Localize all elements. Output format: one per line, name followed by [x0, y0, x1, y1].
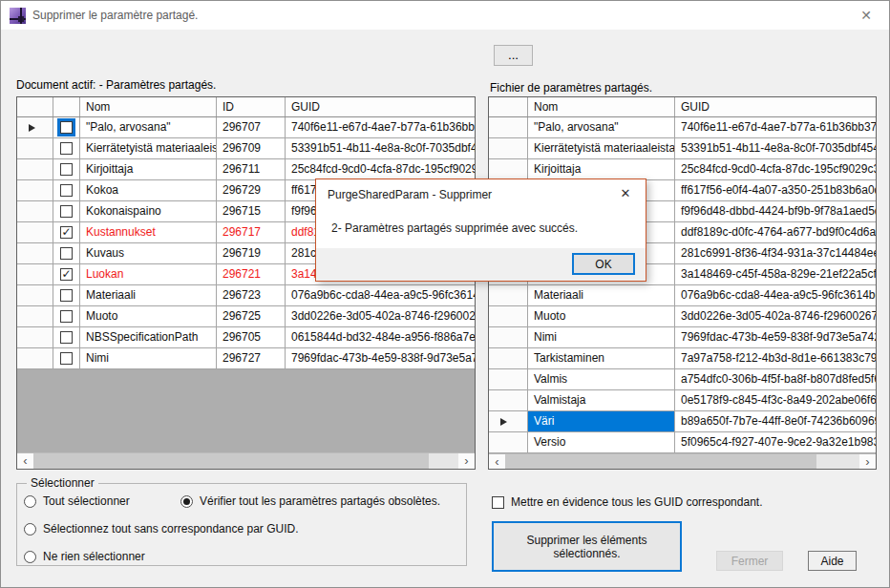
- row-header-cell: [489, 306, 528, 326]
- column-header-guid[interactable]: GUID: [675, 97, 876, 116]
- scroll-left-icon[interactable]: ‹: [489, 454, 505, 470]
- param-id-cell: 296709: [217, 138, 286, 158]
- row-select-checkbox[interactable]: ✓: [60, 268, 73, 281]
- right-grid-row[interactable]: Tarkistaminen7a97a758-f212-4b3d-8d1e-661…: [489, 348, 876, 369]
- param-name-cell: Kustannukset: [80, 222, 217, 242]
- param-guid-cell: b89a650f-7b7e-44ff-8e0f-74236b609694: [675, 411, 876, 431]
- right-grid-row[interactable]: Versio5f0965c4-f927-407e-9ce2-9a32e1b983…: [489, 432, 876, 453]
- param-guid-cell: 3a148469-c45f-458a-829e-21ef22a5cf2f: [675, 264, 876, 284]
- row-select-checkbox[interactable]: ✓: [60, 226, 73, 239]
- scroll-right-icon[interactable]: ›: [458, 453, 475, 469]
- left-scroll-track[interactable]: [33, 453, 458, 469]
- fermer-button: Fermer: [716, 551, 783, 571]
- row-select-checkbox[interactable]: [60, 352, 73, 365]
- right-grid-row[interactable]: Nimi7969fdac-473b-4e59-838f-9d73e5a74295: [489, 327, 876, 348]
- param-guid-cell: 7969fdac-473b-4e59-838f-9d73e5a74295: [675, 327, 876, 347]
- radio-label: Vérifier tout les paramètres partagés ob…: [200, 494, 440, 508]
- param-guid-cell: 281c6991-8f36-4f34-931a-37c14484ee7d: [675, 243, 876, 263]
- aide-button[interactable]: Aide: [808, 551, 857, 571]
- param-guid-cell: 0e5178f9-c845-4f3c-8a49-202abe06f6b7: [675, 390, 876, 410]
- dialog-footer: OK: [316, 248, 646, 281]
- column-header-nom[interactable]: Nom: [80, 97, 217, 116]
- right-grid-row[interactable]: Muoto3dd0226e-3d05-402a-8746-f296002671e…: [489, 306, 876, 327]
- param-name-cell: Väri: [528, 411, 675, 431]
- checkbox-box[interactable]: [492, 496, 504, 509]
- row-select-checkbox[interactable]: [60, 142, 73, 155]
- checkbox-focus-frame: [60, 163, 73, 176]
- param-name-cell: Valmistaja: [528, 390, 675, 410]
- row-header-cell: [17, 159, 53, 179]
- scroll-right-icon[interactable]: ›: [859, 454, 876, 470]
- checkbox-cell: [53, 243, 80, 263]
- row-select-checkbox[interactable]: [60, 184, 73, 197]
- right-grid-row[interactable]: "Palo, arvosana"740f6e11-e67d-4ae7-b77a-…: [489, 117, 876, 138]
- param-guid-cell: 740f6e11-e67d-4ae7-b77a-61b36bb37bde: [675, 117, 876, 137]
- right-grid-hscrollbar[interactable]: ‹ ›: [489, 453, 876, 470]
- row-header-cell: [489, 411, 528, 431]
- right-grid-row[interactable]: Valmisa754dfc0-306b-4f5f-ba8f-b807d8fed5…: [489, 369, 876, 390]
- radio-button[interactable]: [180, 495, 193, 508]
- left-grid-empty-area: [17, 369, 475, 452]
- radio-option-3[interactable]: Sélectionnez tout sans correspondance pa…: [24, 522, 298, 536]
- highlight-guid-checkbox[interactable]: Mettre en évidence tous les GUID corresp…: [492, 495, 762, 509]
- param-guid-cell: 53391b51-4b11-4e8a-8c0f-7035dbf454f5: [675, 138, 876, 158]
- right-scroll-track[interactable]: [505, 454, 859, 470]
- radio-button[interactable]: [24, 551, 36, 563]
- param-guid-cell: 740f6e11-e67d-4ae7-b77a-61b36bb37...: [286, 117, 475, 137]
- right-grid-row[interactable]: Kirjoittaja25c84fcd-9cd0-4cfa-87dc-195cf…: [489, 159, 876, 180]
- right-grid-row[interactable]: Kierrätetyistä materiaaleista53391b51-4b…: [489, 138, 876, 159]
- checkbox-label: Mettre en évidence tous les GUID corresp…: [511, 495, 762, 509]
- groupbox-label: Sélectionner: [27, 476, 98, 490]
- row-select-checkbox[interactable]: [60, 205, 73, 218]
- browse-button[interactable]: ...: [494, 45, 533, 66]
- radio-label: Ne rien sélectionner: [43, 550, 145, 563]
- right-grid-row[interactable]: Materiaali076a9b6c-cda8-44ea-a9c5-96fc36…: [489, 285, 876, 306]
- row-header-cell: [489, 285, 528, 305]
- right-grid-row[interactable]: Valmistaja0e5178f9-c845-4f3c-8a49-202abe…: [489, 390, 876, 411]
- column-header-nom[interactable]: Nom: [528, 97, 675, 116]
- column-header-id[interactable]: ID: [217, 97, 286, 116]
- radio-option-2[interactable]: Vérifier tout les paramètres partagés ob…: [180, 494, 440, 508]
- column-header-guid[interactable]: GUID: [286, 97, 475, 116]
- param-name-cell: Nimi: [528, 327, 675, 347]
- left-grid-row[interactable]: Muoto2967253dd0226e-3d05-402a-8746-f2960…: [17, 306, 475, 327]
- checkbox-focus-frame: [60, 352, 73, 365]
- row-select-checkbox[interactable]: [60, 289, 73, 302]
- left-grid-row[interactable]: Kierrätetyistä materiaaleista29670953391…: [17, 138, 475, 159]
- row-select-checkbox[interactable]: [60, 310, 73, 323]
- checkbox-column-header: [53, 97, 80, 116]
- left-grid-hscrollbar[interactable]: ‹ ›: [17, 452, 475, 469]
- row-header-cell: [17, 327, 53, 347]
- param-name-cell: "Palo, arvosana": [80, 117, 217, 137]
- right-grid-body: "Palo, arvosana"740f6e11-e67d-4ae7-b77a-…: [489, 117, 876, 453]
- row-select-checkbox[interactable]: [60, 331, 73, 344]
- checkbox-cell: [53, 159, 80, 179]
- radio-option-4[interactable]: Ne rien sélectionner: [24, 550, 145, 563]
- row-header-cell: [489, 138, 528, 158]
- close-icon[interactable]: ✕: [857, 7, 876, 24]
- row-header-cell: [17, 201, 53, 221]
- row-select-checkbox[interactable]: [60, 163, 73, 176]
- ok-button[interactable]: OK: [572, 253, 635, 275]
- radio-option-1[interactable]: Tout sélectionner: [24, 494, 130, 508]
- right-scroll-thumb[interactable]: [505, 454, 816, 470]
- row-select-checkbox[interactable]: [60, 247, 73, 260]
- scroll-left-icon[interactable]: ‹: [17, 453, 33, 469]
- radio-button[interactable]: [24, 523, 36, 536]
- row-header-cell: [17, 180, 53, 200]
- left-grid-row[interactable]: Nimi2967277969fdac-473b-4e59-838f-9d73e5…: [17, 348, 475, 369]
- left-grid-row[interactable]: NBSSpecificationPath2967050615844d-bd32-…: [17, 327, 475, 348]
- left-grid-row[interactable]: Kirjoittaja29671125c84fcd-9cd0-4cfa-87dc…: [17, 159, 475, 180]
- right-grid-row[interactable]: Värib89a650f-7b7e-44ff-8e0f-74236b609694: [489, 411, 876, 432]
- dialog-close-icon[interactable]: ✕: [617, 186, 634, 201]
- row-select-checkbox[interactable]: [60, 121, 73, 134]
- row-header-cell: [17, 243, 53, 263]
- delete-selected-button[interactable]: Supprimer les éléments sélectionnés.: [492, 521, 682, 572]
- current-row-arrow-icon: [500, 418, 507, 426]
- radio-button[interactable]: [24, 495, 36, 508]
- left-grid-row[interactable]: Materiaali296723076a9b6c-cda8-44ea-a9c5-…: [17, 285, 475, 306]
- left-scroll-thumb[interactable]: [33, 453, 429, 469]
- param-name-cell: Nimi: [80, 348, 217, 368]
- current-row-arrow-icon: [29, 124, 35, 132]
- left-grid-row[interactable]: "Palo, arvosana"296707740f6e11-e67d-4ae7…: [17, 117, 475, 138]
